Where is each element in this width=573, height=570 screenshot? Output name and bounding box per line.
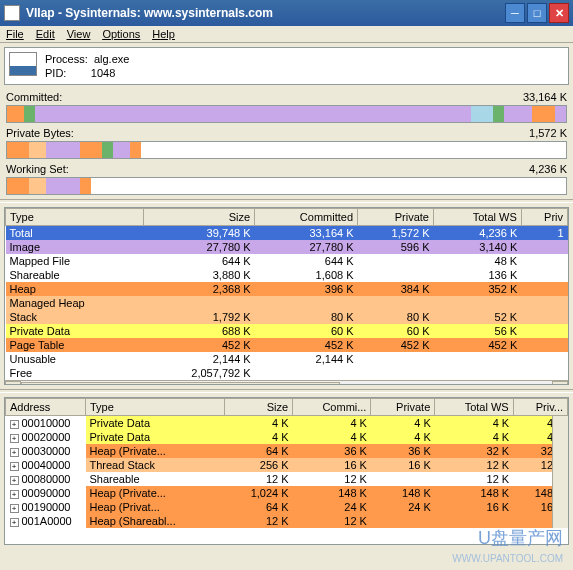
minimize-button[interactable]: ─: [505, 3, 525, 23]
private-label: Private Bytes:: [6, 127, 74, 139]
committed-label: Committed:: [6, 91, 62, 103]
expand-icon[interactable]: +: [10, 504, 19, 513]
table-row[interactable]: Private Data688 K60 K60 K56 K: [6, 324, 568, 338]
watermark-url: WWW.UPANTOOL.COM: [452, 553, 563, 564]
table-row[interactable]: Page Table452 K452 K452 K452 K: [6, 338, 568, 352]
scroll-left-icon[interactable]: ◄: [5, 381, 21, 385]
col-header[interactable]: Type: [6, 209, 144, 226]
table-row[interactable]: Stack1,792 K80 K80 K52 K: [6, 310, 568, 324]
summary-table-wrap: TypeSizeCommittedPrivateTotal WSPriv Tot…: [4, 207, 569, 385]
col-header[interactable]: Total WS: [434, 209, 522, 226]
table-row[interactable]: +00020000Private Data4 K4 K4 K4 K4 K: [6, 430, 568, 444]
menubar: File Edit View Options Help: [0, 26, 573, 43]
expand-icon[interactable]: +: [10, 476, 19, 485]
col-header[interactable]: Total WS: [435, 399, 513, 416]
col-header[interactable]: Private: [358, 209, 434, 226]
expand-icon[interactable]: +: [10, 434, 19, 443]
expand-icon[interactable]: +: [10, 420, 19, 429]
table-row[interactable]: Shareable3,880 K1,608 K136 K: [6, 268, 568, 282]
expand-icon[interactable]: +: [10, 490, 19, 499]
titlebar-text: VIIap - Sysinternals: www.sysinternals.c…: [26, 6, 505, 20]
process-info: Process: alg.exe PID: 1048: [4, 47, 569, 85]
col-header[interactable]: Size: [143, 209, 254, 226]
table-row[interactable]: Mapped File644 K644 K48 K: [6, 254, 568, 268]
private-value: 1,572 K: [529, 127, 567, 139]
splitter-1[interactable]: [0, 199, 573, 203]
expand-icon[interactable]: +: [10, 518, 19, 527]
summary-table[interactable]: TypeSizeCommittedPrivateTotal WSPriv Tot…: [5, 208, 568, 380]
menu-options[interactable]: Options: [102, 28, 140, 40]
working-label: Working Set:: [6, 163, 69, 175]
col-header[interactable]: Priv...: [513, 399, 567, 416]
pid-value: 1048: [91, 67, 115, 79]
table-row[interactable]: Managed Heap: [6, 296, 568, 310]
private-meter: [6, 141, 567, 159]
table-row[interactable]: +00040000Thread Stack256 K16 K16 K12 K12…: [6, 458, 568, 472]
pid-label: PID:: [45, 67, 66, 79]
process-label: Process:: [45, 53, 88, 65]
committed-meter: [6, 105, 567, 123]
table-row[interactable]: Heap2,368 K396 K384 K352 K: [6, 282, 568, 296]
table-row[interactable]: Unusable2,144 K2,144 K: [6, 352, 568, 366]
splitter-2[interactable]: [0, 389, 573, 393]
titlebar: VIIap - Sysinternals: www.sysinternals.c…: [0, 0, 573, 26]
detail-table[interactable]: AddressTypeSizeCommi...PrivateTotal WSPr…: [5, 398, 568, 528]
table-row[interactable]: +00080000Shareable12 K12 K12 K: [6, 472, 568, 486]
menu-help[interactable]: Help: [152, 28, 175, 40]
table-row[interactable]: Total39,748 K33,164 K1,572 K4,236 K1: [6, 226, 568, 241]
scroll-right-icon[interactable]: ►: [552, 381, 568, 385]
table-row[interactable]: Free2,057,792 K: [6, 366, 568, 380]
committed-value: 33,164 K: [523, 91, 567, 103]
col-header[interactable]: Commi...: [293, 399, 371, 416]
table-row[interactable]: +00010000Private Data4 K4 K4 K4 K4 K: [6, 416, 568, 431]
table-row[interactable]: +00090000Heap (Private...1,024 K148 K148…: [6, 486, 568, 500]
col-header[interactable]: Committed: [255, 209, 358, 226]
app-icon: [4, 5, 20, 21]
menu-edit[interactable]: Edit: [36, 28, 55, 40]
detail-scrollbar-v[interactable]: [552, 416, 568, 528]
menu-view[interactable]: View: [67, 28, 91, 40]
table-row[interactable]: Image27,780 K27,780 K596 K3,140 K: [6, 240, 568, 254]
col-header[interactable]: Type: [86, 399, 225, 416]
expand-icon[interactable]: +: [10, 448, 19, 457]
working-value: 4,236 K: [529, 163, 567, 175]
table-row[interactable]: +00030000Heap (Private...64 K36 K36 K32 …: [6, 444, 568, 458]
col-header[interactable]: Address: [6, 399, 86, 416]
table-row[interactable]: +00190000Heap (Privat...64 K24 K24 K16 K…: [6, 500, 568, 514]
col-header[interactable]: Private: [371, 399, 435, 416]
col-header[interactable]: Size: [225, 399, 293, 416]
process-name: alg.exe: [94, 53, 129, 65]
process-icon: [9, 52, 37, 76]
table-row[interactable]: +001A0000Heap (Shareabl...12 K12 K: [6, 514, 568, 528]
working-meter: [6, 177, 567, 195]
summary-scrollbar-h[interactable]: ◄ ►: [5, 380, 568, 385]
menu-file[interactable]: File: [6, 28, 24, 40]
detail-table-wrap: AddressTypeSizeCommi...PrivateTotal WSPr…: [4, 397, 569, 545]
maximize-button[interactable]: □: [527, 3, 547, 23]
close-button[interactable]: ✕: [549, 3, 569, 23]
col-header[interactable]: Priv: [521, 209, 567, 226]
expand-icon[interactable]: +: [10, 462, 19, 471]
